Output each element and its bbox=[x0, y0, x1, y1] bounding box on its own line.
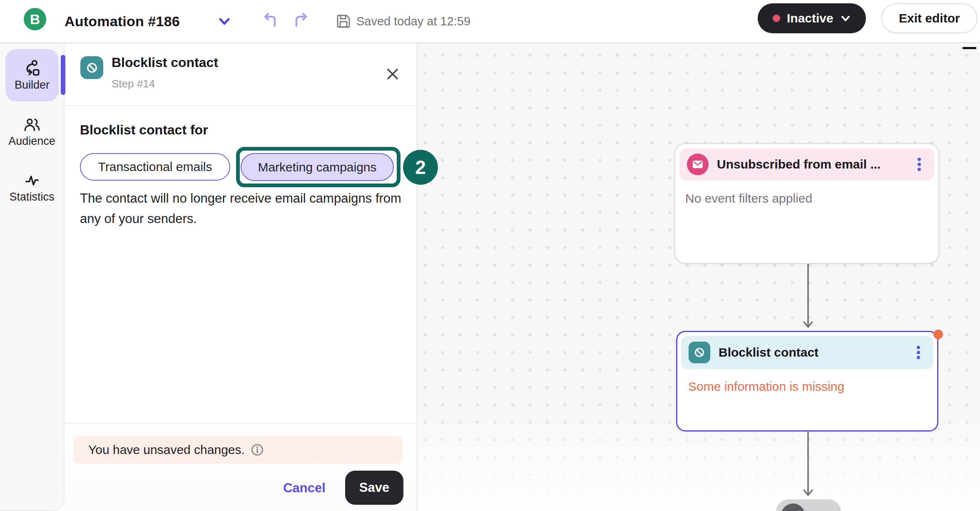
cancel-button[interactable]: Cancel bbox=[281, 471, 327, 505]
unsaved-changes-text: You have unsaved changes. bbox=[88, 443, 245, 457]
save-status-icon bbox=[336, 13, 351, 29]
canvas-scroll-indicator bbox=[963, 47, 976, 49]
unsaved-changes-banner: You have unsaved changes. bbox=[73, 436, 403, 464]
node-body-text: No event filters applied bbox=[675, 185, 938, 212]
status-chevron-down-icon bbox=[840, 13, 851, 24]
node-menu-icon[interactable] bbox=[918, 156, 922, 173]
node-unsubscribed-trigger[interactable]: Unsubscribed from email ... No event fil… bbox=[674, 143, 939, 264]
option-marketing-campaigns[interactable]: Marketing campaigns bbox=[241, 153, 394, 181]
workflow-canvas[interactable]: Unsubscribed from email ... No event fil… bbox=[418, 43, 980, 511]
connector-arrow bbox=[801, 430, 815, 499]
prohibition-icon bbox=[693, 346, 706, 359]
node-header: Unsubscribed from email ... bbox=[679, 148, 934, 181]
status-label: Inactive bbox=[787, 11, 833, 25]
sidebar: Builder Audience Statistics bbox=[0, 43, 65, 511]
option-description: The contact will no longer receive email… bbox=[80, 188, 407, 229]
envelope-icon bbox=[691, 158, 704, 171]
prohibition-icon bbox=[85, 61, 99, 74]
status-toggle-button[interactable]: Inactive bbox=[758, 3, 866, 33]
node-menu-icon[interactable] bbox=[917, 344, 921, 361]
builder-icon bbox=[24, 60, 40, 76]
node-title: Blocklist contact bbox=[719, 345, 818, 360]
brevo-logo-letter: B bbox=[30, 11, 40, 27]
automation-title: Automation #186 bbox=[65, 0, 180, 42]
undo-icon[interactable] bbox=[261, 12, 278, 30]
option-label: Marketing campaigns bbox=[258, 160, 376, 174]
next-step-node-partial[interactable] bbox=[776, 499, 841, 511]
redo-icon[interactable] bbox=[293, 12, 311, 30]
exit-editor-button[interactable]: Exit editor bbox=[881, 3, 978, 33]
status-red-dot bbox=[773, 15, 780, 22]
close-icon[interactable] bbox=[386, 67, 399, 81]
option-label: Transactional emails bbox=[98, 160, 212, 174]
automation-editor: B Automation #186 Saved today at 12:59 I… bbox=[0, 0, 980, 511]
panel-header: Blocklist contact Step #14 bbox=[65, 43, 417, 106]
blocklist-step-icon bbox=[80, 56, 103, 79]
connector-arrow bbox=[801, 264, 815, 330]
sidebar-active-indicator bbox=[61, 55, 65, 95]
sidebar-item-label: Audience bbox=[8, 135, 55, 148]
node-error-text: Some information is missing bbox=[677, 373, 937, 400]
sidebar-item-statistics[interactable]: Statistics bbox=[0, 173, 64, 203]
audience-icon bbox=[24, 117, 40, 132]
sidebar-item-label: Builder bbox=[15, 79, 50, 92]
exit-editor-label: Exit editor bbox=[899, 11, 960, 25]
email-trigger-icon bbox=[687, 154, 709, 175]
title-chevron-down-icon[interactable] bbox=[217, 15, 231, 29]
option-transactional-emails[interactable]: Transactional emails bbox=[80, 153, 230, 181]
brevo-logo[interactable]: B bbox=[24, 8, 46, 30]
next-step-icon bbox=[781, 504, 805, 511]
panel-footer: You have unsaved changes. Cancel Save bbox=[65, 423, 417, 511]
sidebar-item-label: Statistics bbox=[9, 191, 54, 203]
node-header: Blocklist contact bbox=[681, 336, 933, 369]
save-button[interactable]: Save bbox=[345, 471, 403, 505]
panel-title: Blocklist contact bbox=[112, 55, 218, 70]
tutorial-step-badge: 2 bbox=[403, 150, 438, 185]
step-settings-panel: Blocklist contact Step #14 Blocklist con… bbox=[65, 43, 418, 511]
section-heading: Blocklist contact for bbox=[80, 122, 208, 138]
blocklist-action-icon bbox=[689, 342, 710, 363]
tutorial-step-number: 2 bbox=[415, 156, 426, 179]
error-dot bbox=[933, 330, 943, 339]
statistics-icon bbox=[24, 173, 40, 188]
sidebar-item-audience[interactable]: Audience bbox=[0, 117, 64, 148]
save-status-text: Saved today at 12:59 bbox=[356, 0, 470, 42]
node-blocklist-action[interactable]: Blocklist contact Some information is mi… bbox=[676, 331, 938, 432]
node-title: Unsubscribed from email ... bbox=[717, 157, 881, 171]
sidebar-item-builder[interactable]: Builder bbox=[5, 49, 59, 102]
panel-step-number: Step #14 bbox=[112, 77, 155, 90]
info-icon[interactable] bbox=[251, 443, 264, 456]
top-bar: B Automation #186 Saved today at 12:59 I… bbox=[0, 0, 980, 43]
